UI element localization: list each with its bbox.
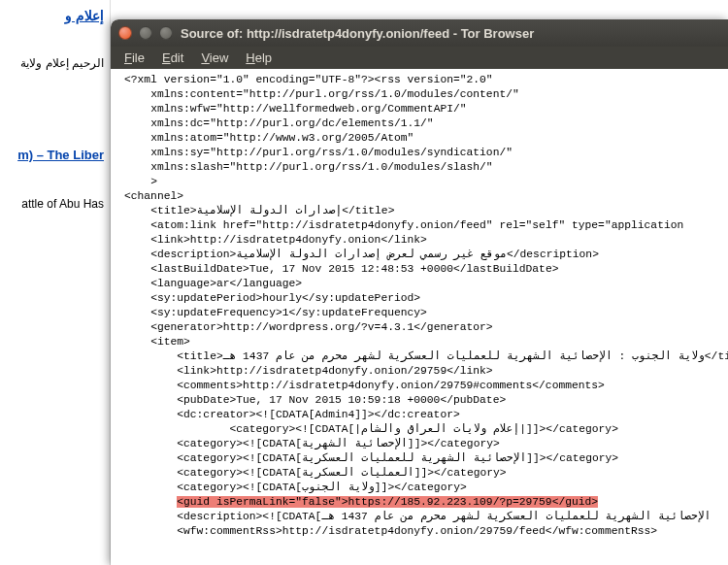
- window-title: Source of: http://isdratetp4donyfy.onion…: [181, 26, 534, 41]
- menu-view-rest: iew: [210, 50, 229, 65]
- source-line: <guid isPermaLink="false">https://185.92…: [124, 495, 728, 510]
- source-line: xmlns:wfw="http://wellformedweb.org/Comm…: [124, 102, 728, 116]
- source-line: <category><![CDATA[الإحصائية الشهرية]]><…: [124, 437, 728, 451]
- window-controls: [118, 26, 173, 40]
- source-line: <category><![CDATA[العمليات العسكرية]]><…: [124, 466, 728, 481]
- source-line: <dc:creator><![CDATA[Admin4]]></dc:creat…: [124, 408, 728, 422]
- menu-edit[interactable]: Edit: [154, 50, 191, 66]
- source-line: <link>http://isdratetp4donyfy.onion</lin…: [124, 233, 728, 248]
- source-line: <channel>: [124, 189, 728, 204]
- source-line: <category><![CDATA[ولاية الجنوب]]></cate…: [124, 481, 728, 495]
- menu-file-rest: ile: [132, 50, 145, 65]
- bg-link-1[interactable]: إعلام و: [6, 8, 104, 23]
- source-line: <item>: [124, 335, 728, 349]
- source-line: <lastBuildDate>Tue, 17 Nov 2015 12:48:53…: [124, 262, 728, 277]
- menu-view[interactable]: View: [193, 50, 236, 66]
- source-line: xmlns:sy="http://purl.org/rss/1.0/module…: [124, 146, 728, 160]
- source-line: <language>ar</language>: [124, 277, 728, 291]
- source-line: xmlns:content="http://purl.org/rss/1.0/m…: [124, 87, 728, 102]
- menu-edit-rest: dit: [171, 50, 184, 65]
- close-icon[interactable]: [118, 26, 132, 40]
- menu-file[interactable]: File: [116, 50, 152, 66]
- source-line: <link>http://isdratetp4donyfy.onion/2975…: [124, 364, 728, 379]
- maximize-icon[interactable]: [159, 26, 173, 40]
- source-line: <description><![CDATA[الإحصائية الشهرية …: [124, 510, 728, 524]
- menu-help-rest: elp: [255, 50, 272, 65]
- source-line: <category><![CDATA[الإحصائية الشهرية للع…: [124, 451, 728, 466]
- menubar: File Edit View Help: [111, 47, 728, 69]
- source-line: <sy:updatePeriod>hourly</sy:updatePeriod…: [124, 291, 728, 306]
- bg-link-2[interactable]: m) – The Liber: [6, 148, 104, 162]
- source-line: xmlns:dc="http://purl.org/dc/elements/1.…: [124, 116, 728, 131]
- source-line: <generator>http://wordpress.org/?v=4.3.1…: [124, 320, 728, 335]
- source-line: <pubDate>Tue, 17 Nov 2015 10:59:18 +0000…: [124, 393, 728, 408]
- bg-text-2: attle of Abu Has: [6, 197, 104, 211]
- source-line: <?xml version="1.0" encoding="UTF-8"?><r…: [124, 73, 728, 87]
- source-viewer-window: Source of: http://isdratetp4donyfy.onion…: [111, 19, 728, 565]
- titlebar[interactable]: Source of: http://isdratetp4donyfy.onion…: [111, 19, 728, 47]
- source-line: >: [124, 175, 728, 189]
- source-line: <category><![CDATA[|إعلام ولايات العراق …: [124, 422, 728, 437]
- minimize-icon[interactable]: [139, 26, 152, 40]
- source-line: <atom:link href="http://isdratetp4donyfy…: [124, 218, 728, 233]
- source-line: <title>ولاية الجنوب : الإحصائية الشهرية …: [124, 349, 728, 364]
- source-content[interactable]: <?xml version="1.0" encoding="UTF-8"?><r…: [111, 69, 728, 565]
- source-line: <title>إصدارات الدولة الإسلامية</title>: [124, 204, 728, 218]
- bg-text-1: الرحيم إعلام ولاية: [6, 56, 104, 70]
- source-line: <wfw:commentRss>http://isdratetp4donyfy.…: [124, 524, 728, 539]
- source-line: xmlns:slash="http://purl.org/rss/1.0/mod…: [124, 160, 728, 175]
- source-line: <sy:updateFrequency>1</sy:updateFrequenc…: [124, 306, 728, 320]
- page-behind: إعلام و الرحيم إعلام ولاية m) – The Libe…: [0, 0, 111, 565]
- source-line: <description>موقع غير رسمي لعرض إصدارات …: [124, 248, 728, 262]
- source-line: xmlns:atom="http://www.w3.org/2005/Atom": [124, 131, 728, 146]
- menu-help[interactable]: Help: [238, 50, 280, 66]
- source-line: <comments>http://isdratetp4donyfy.onion/…: [124, 379, 728, 393]
